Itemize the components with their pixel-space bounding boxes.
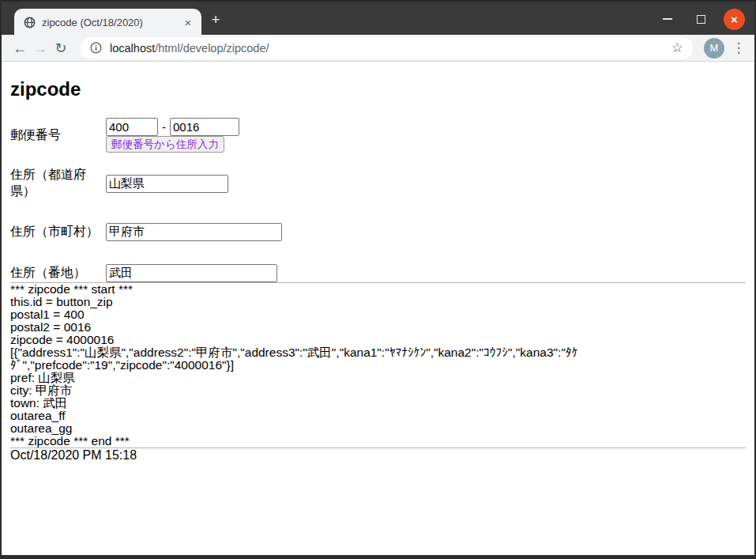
debug-line: town: 武田 — [10, 397, 746, 410]
debug-line: zipcode = 4000016 — [10, 334, 746, 346]
page-content: zipcode 郵便番号 - 郵便番号から住所入力 住所（都道府県） 住所（市町… — [2, 62, 754, 555]
postal2-input[interactable] — [170, 118, 239, 136]
debug-output: *** zipcode *** start *** this.id = butt… — [10, 283, 746, 448]
window-close-button[interactable]: × — [724, 9, 745, 30]
debug-line: *** zipcode *** end *** — [10, 435, 746, 448]
debug-line: city: 甲府市 — [10, 384, 746, 397]
browser-toolbar: ← → ↻ localhost/html/develop/zipcode/ ☆ … — [2, 35, 754, 62]
prefecture-row: 住所（都道府県） — [10, 167, 746, 200]
postal1-input[interactable] — [106, 118, 158, 136]
site-info-icon[interactable] — [90, 42, 102, 54]
globe-favicon-icon — [24, 17, 36, 28]
url-path: /html/develop/zipcode/ — [155, 42, 269, 55]
debug-line: *** zipcode *** start *** — [10, 283, 746, 296]
debug-line: postal1 = 400 — [10, 308, 746, 321]
forward-icon[interactable]: → — [30, 38, 51, 59]
debug-line: ﾀﾞ","prefcode":"19","zipcode":"4000016"}… — [10, 359, 746, 372]
postal-row: 郵便番号 - 郵便番号から住所入力 — [10, 118, 746, 153]
profile-avatar[interactable]: M — [704, 38, 724, 59]
browser-tab[interactable]: zipcode (Oct/18/2020) × — [14, 9, 201, 36]
city-input[interactable] — [106, 223, 282, 241]
debug-line: pref: 山梨県 — [10, 372, 746, 384]
tab-title: zipcode (Oct/18/2020) — [42, 17, 181, 28]
town-input[interactable] — [106, 264, 277, 282]
minimize-icon — [663, 18, 672, 20]
maximize-icon — [697, 15, 705, 24]
menu-dots-icon[interactable]: ⋮ — [731, 40, 747, 56]
minimize-button[interactable] — [657, 9, 678, 29]
url-text: localhost/html/develop/zipcode/ — [110, 42, 269, 55]
town-label: 住所（番地） — [10, 265, 106, 281]
prefecture-input[interactable] — [106, 175, 228, 193]
debug-line: outarea_gg — [10, 422, 746, 435]
postal-label: 郵便番号 — [10, 127, 106, 144]
window-controls: × — [657, 2, 745, 36]
debug-line: postal2 = 0016 — [10, 321, 746, 334]
bookmark-star-icon[interactable]: ☆ — [671, 41, 683, 55]
maximize-button[interactable] — [690, 9, 711, 29]
tab-close-icon[interactable]: × — [181, 16, 195, 30]
postal-separator: - — [162, 120, 166, 134]
debug-line: outarea_ff — [10, 410, 746, 422]
reload-icon[interactable]: ↻ — [51, 38, 71, 59]
town-row: 住所（番地） — [10, 264, 746, 282]
tab-strip: zipcode (Oct/18/2020) × + × — [2, 0, 754, 35]
zip-lookup-button[interactable]: 郵便番号から住所入力 — [106, 136, 224, 153]
city-row: 住所（市町村） — [10, 223, 746, 241]
new-tab-button[interactable]: + — [208, 12, 224, 28]
page-title: zipcode — [10, 78, 746, 100]
address-bar[interactable]: localhost/html/develop/zipcode/ ☆ — [81, 37, 693, 59]
debug-line: [{"address1":"山梨県","address2":"甲府市","add… — [10, 346, 746, 359]
url-host: localhost — [110, 42, 155, 55]
datetime-text: Oct/18/2020 PM 15:18 — [10, 448, 746, 463]
city-label: 住所（市町村） — [10, 224, 106, 240]
browser-window: zipcode (Oct/18/2020) × + × ← → ↻ localh… — [0, 0, 756, 559]
prefecture-label: 住所（都道府県） — [10, 167, 106, 200]
debug-line: this.id = button_zip — [10, 296, 746, 308]
back-icon[interactable]: ← — [9, 38, 30, 59]
